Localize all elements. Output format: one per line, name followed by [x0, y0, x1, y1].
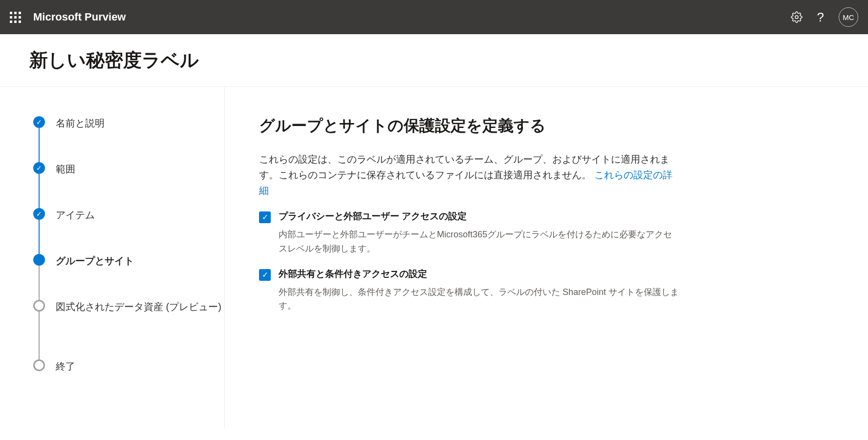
- checkbox-sharing[interactable]: ✓: [259, 269, 271, 281]
- step-label: グループとサイト: [56, 254, 134, 268]
- gear-icon[interactable]: [791, 11, 803, 23]
- top-bar-left: Microsoft Purview: [10, 11, 126, 23]
- wizard-step-name-description[interactable]: ✓ 名前と説明: [33, 116, 224, 162]
- content-description: これらの設定は、このラベルが適用されているチーム、グループ、およびサイトに適用さ…: [259, 151, 679, 198]
- top-bar-right: ? MC: [791, 7, 858, 27]
- checkbox-label: プライバシーと外部ユーザー アクセスの設定: [279, 210, 679, 223]
- checkbox-privacy[interactable]: ✓: [259, 211, 271, 223]
- upcoming-circle-icon: [33, 300, 45, 312]
- checkbox-description: 外部共有を制御し、条件付きアクセス設定を構成して、ラベルの付いた SharePo…: [279, 285, 679, 314]
- help-icon[interactable]: ?: [817, 10, 824, 25]
- current-circle-icon: [33, 254, 45, 266]
- wizard-content: グループとサイトの保護設定を定義する これらの設定は、このラベルが適用されている…: [225, 87, 714, 429]
- page-title: 新しい秘密度ラベル: [29, 48, 839, 73]
- wizard-step-groups-sites[interactable]: グループとサイト: [33, 254, 224, 300]
- check-circle-icon: ✓: [33, 162, 45, 174]
- top-bar: Microsoft Purview ? MC: [0, 0, 868, 34]
- step-label: アイテム: [56, 208, 95, 222]
- step-label: 終了: [56, 359, 75, 373]
- wizard-step-finish[interactable]: 終了: [33, 359, 224, 373]
- option-privacy-external-access: ✓ プライバシーと外部ユーザー アクセスの設定 内部ユーザーと外部ユーザーがチー…: [259, 210, 679, 256]
- step-label: 範囲: [56, 162, 75, 176]
- step-label: 図式化されたデータ資産 (プレビュー): [56, 300, 221, 314]
- avatar[interactable]: MC: [839, 7, 858, 27]
- checkbox-label: 外部共有と条件付きアクセスの設定: [279, 268, 679, 280]
- checkbox-content: 外部共有と条件付きアクセスの設定 外部共有を制御し、条件付きアクセス設定を構成し…: [279, 268, 679, 314]
- wizard-step-scope[interactable]: ✓ 範囲: [33, 162, 224, 208]
- wizard-nav: ✓ 名前と説明 ✓ 範囲 ✓ アイテム: [0, 87, 225, 429]
- checkmark-icon: ✓: [262, 271, 268, 279]
- app-launcher-icon[interactable]: [10, 12, 21, 23]
- wizard-step-items[interactable]: ✓ アイテム: [33, 208, 224, 254]
- check-circle-icon: ✓: [33, 116, 45, 128]
- upcoming-circle-icon: [33, 359, 45, 371]
- checkmark-icon: ✓: [262, 213, 268, 221]
- check-circle-icon: ✓: [33, 208, 45, 220]
- checkbox-content: プライバシーと外部ユーザー アクセスの設定 内部ユーザーと外部ユーザーがチームと…: [279, 210, 679, 256]
- wizard-step-data-assets[interactable]: 図式化されたデータ資産 (プレビュー): [33, 300, 224, 359]
- svg-point-0: [795, 16, 798, 19]
- option-external-sharing-conditional-access: ✓ 外部共有と条件付きアクセスの設定 外部共有を制御し、条件付きアクセス設定を構…: [259, 268, 679, 314]
- wizard-container: ✓ 名前と説明 ✓ 範囲 ✓ アイテム: [0, 87, 868, 429]
- checkbox-description: 内部ユーザーと外部ユーザーがチームとMicrosoft365グループにラベルを付…: [279, 228, 679, 256]
- step-label: 名前と説明: [56, 116, 105, 130]
- product-name[interactable]: Microsoft Purview: [33, 11, 126, 23]
- step-list: ✓ 名前と説明 ✓ 範囲 ✓ アイテム: [33, 116, 224, 373]
- page-header: 新しい秘密度ラベル: [0, 34, 868, 87]
- content-heading: グループとサイトの保護設定を定義する: [259, 115, 679, 137]
- avatar-initials: MC: [843, 13, 854, 21]
